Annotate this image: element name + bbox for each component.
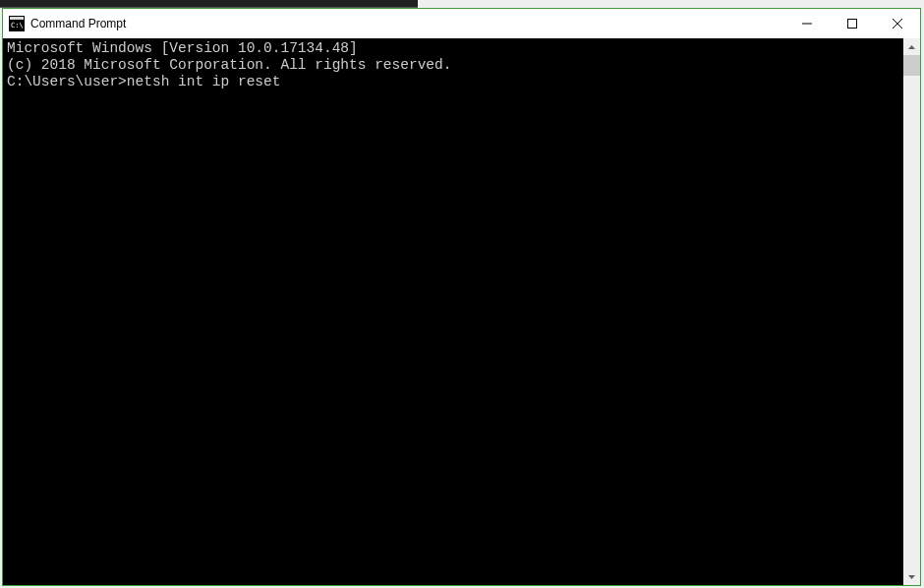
close-button[interactable]: [875, 9, 920, 38]
minimize-button[interactable]: [784, 9, 830, 38]
terminal-line: Microsoft Windows [Version 10.0.17134.48…: [7, 40, 899, 57]
window-controls: [784, 9, 920, 38]
command-input[interactable]: netsh int ip reset: [127, 74, 281, 89]
prompt-text: C:\Users\user>: [7, 74, 127, 89]
maximize-icon: [847, 19, 857, 29]
chevron-up-icon: [908, 45, 915, 49]
window-title: Command Prompt: [30, 17, 126, 30]
background-strip: [0, 0, 418, 8]
terminal-output[interactable]: Microsoft Windows [Version 10.0.17134.48…: [3, 38, 903, 585]
titlebar[interactable]: C:\ Command Prompt: [3, 9, 920, 38]
close-icon: [893, 19, 902, 29]
maximize-button[interactable]: [830, 9, 875, 38]
vertical-scrollbar[interactable]: [903, 38, 920, 585]
chevron-down-icon: [908, 575, 915, 579]
command-prompt-icon: C:\: [9, 16, 25, 31]
scroll-thumb[interactable]: [903, 55, 920, 76]
svg-marker-8: [908, 575, 915, 579]
terminal-line: (c) 2018 Microsoft Corporation. All righ…: [7, 57, 899, 74]
client-area: Microsoft Windows [Version 10.0.17134.48…: [3, 38, 920, 585]
svg-rect-4: [848, 20, 857, 29]
svg-text:C:\: C:\: [11, 22, 24, 29]
scroll-track[interactable]: [903, 55, 920, 568]
scroll-down-button[interactable]: [903, 568, 920, 585]
svg-marker-7: [908, 45, 915, 49]
command-prompt-window: C:\ Command Prompt: [2, 8, 921, 586]
scroll-up-button[interactable]: [903, 38, 920, 55]
minimize-icon: [802, 19, 812, 29]
prompt-line: C:\Users\user>netsh int ip reset: [7, 74, 899, 90]
svg-rect-1: [10, 17, 24, 20]
